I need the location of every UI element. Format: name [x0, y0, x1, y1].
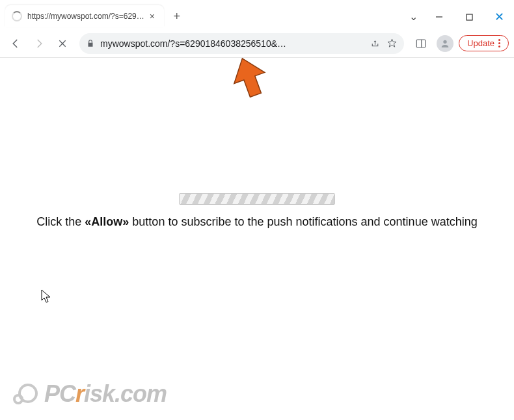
panel-icon [415, 38, 427, 49]
profile-button[interactable] [437, 35, 453, 52]
allow-word: «Allow» [85, 215, 129, 228]
svg-rect-2 [416, 40, 426, 47]
person-icon [440, 38, 450, 49]
watermark-logo-icon [12, 380, 40, 408]
window-controls: ⌄ ✕ [402, 5, 514, 27]
loading-spinner-icon [12, 11, 22, 21]
back-button[interactable] [5, 33, 26, 54]
arrow-left-icon [10, 38, 21, 49]
watermark-text: PCrisk.com [44, 380, 167, 408]
update-button[interactable]: Update [459, 35, 509, 51]
browser-tab[interactable]: https://mywowspot.com/?s=629… × [5, 5, 164, 27]
address-bar[interactable]: mywowspot.com/?s=62901846038256510&… [79, 33, 404, 54]
menu-dots-icon [498, 39, 500, 47]
text-after: button to subscribe to the push notifica… [129, 215, 477, 228]
minimize-button[interactable] [424, 7, 454, 27]
close-icon [57, 38, 68, 49]
instruction-text: Click the «Allow» button to subscribe to… [0, 215, 514, 229]
page-content: Click the «Allow» button to subscribe to… [0, 58, 514, 420]
svg-rect-1 [467, 14, 472, 20]
share-icon [370, 38, 381, 49]
star-icon [386, 38, 398, 49]
url-text: mywowspot.com/?s=62901846038256510&… [100, 38, 364, 49]
tab-search-button[interactable]: ⌄ [402, 7, 424, 26]
lock-icon [86, 39, 95, 48]
close-tab-button[interactable]: × [147, 11, 157, 21]
toolbar: mywowspot.com/?s=62901846038256510&… Upd… [0, 29, 514, 58]
svg-point-4 [443, 40, 446, 43]
titlebar: https://mywowspot.com/?s=629… × + ⌄ ✕ [0, 0, 514, 29]
watermark: PCrisk.com [12, 380, 167, 408]
stop-button[interactable] [52, 33, 73, 54]
text-before: Click the [36, 215, 85, 228]
minimize-icon [435, 13, 443, 21]
tab-title: https://mywowspot.com/?s=629… [27, 12, 144, 21]
maximize-button[interactable] [454, 7, 484, 27]
wm-pre: PC [44, 380, 75, 407]
window-close-button[interactable]: ✕ [484, 7, 514, 27]
maximize-icon [466, 14, 473, 21]
arrow-right-icon [33, 38, 45, 49]
forward-button[interactable] [29, 33, 49, 54]
new-tab-button[interactable]: + [168, 7, 186, 25]
side-panel-button[interactable] [411, 33, 431, 54]
bookmark-button[interactable] [386, 38, 398, 49]
wm-r: r [75, 380, 84, 407]
tab-strip: https://mywowspot.com/?s=629… × + [0, 5, 402, 27]
wm-post: isk.com [84, 380, 167, 407]
share-button[interactable] [369, 38, 381, 49]
progress-bar [179, 193, 335, 205]
update-label: Update [467, 38, 494, 48]
